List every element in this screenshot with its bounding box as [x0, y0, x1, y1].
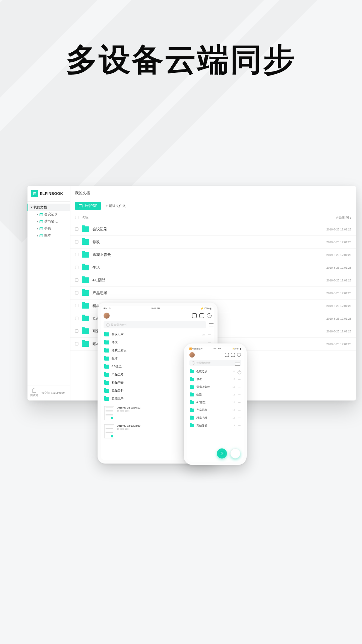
folder-icon [190, 401, 194, 404]
history-icon[interactable] [207, 313, 212, 318]
row-checkbox[interactable] [75, 291, 78, 294]
item-count: 16 [232, 386, 235, 388]
item-name: 产品思考 [112, 373, 124, 377]
upload-pdf-button[interactable]: 上传PDF [75, 202, 101, 210]
list-item[interactable]: 生活 18 ••• [189, 391, 241, 398]
more-icon[interactable]: ••• [238, 386, 241, 388]
check-icon[interactable] [225, 353, 229, 357]
folder-icon [104, 389, 109, 393]
search-input[interactable]: 搜索我的文件 [104, 321, 206, 328]
more-icon[interactable]: ••• [238, 424, 241, 427]
camera-icon [220, 452, 224, 455]
table-row[interactable]: 4.0原型 2019-8-23 12:01:23 [70, 274, 356, 287]
list-item[interactable]: 精品书籍 12 ••• [189, 414, 241, 422]
item-name: 修改 [112, 340, 118, 344]
folder-icon [190, 424, 194, 427]
folder-icon [104, 381, 109, 385]
more-icon[interactable]: ••• [238, 393, 241, 396]
row-time: 2019-8-23 12:01:23 [314, 342, 351, 346]
row-checkbox[interactable] [75, 342, 78, 345]
sidebar-root-label: 我的文档 [34, 205, 47, 210]
item-count: 20 [232, 370, 235, 373]
list-item[interactable]: 修改 8 ••• [189, 375, 241, 383]
table-row[interactable]: 送我上青云 2019-8-23 12:01:23 [70, 249, 356, 261]
menu-icon[interactable] [235, 363, 240, 366]
list-item[interactable]: 会议记录 20 ••• [104, 330, 212, 338]
row-checkbox[interactable] [75, 240, 78, 244]
more-icon[interactable]: ••• [238, 417, 241, 419]
row-name: 修改 [93, 240, 100, 245]
sidebar-item[interactable]: 读书笔记 [34, 218, 70, 225]
new-folder-button[interactable]: 新建文件夹 [106, 204, 126, 208]
add-icon[interactable] [231, 353, 235, 357]
folder-icon [82, 252, 89, 258]
select-all-checkbox[interactable] [75, 216, 78, 219]
item-name: 竞品分析 [112, 389, 124, 393]
app-logo: E ELFINBOOK [27, 186, 70, 202]
avatar[interactable] [104, 313, 110, 319]
storage-label: 云空间: 132M/500M [42, 391, 65, 395]
folder-icon [104, 357, 109, 361]
folder-icon [104, 365, 109, 369]
folder-icon [82, 277, 89, 283]
item-name: 生活 [196, 393, 202, 396]
list-item[interactable]: 4.0原型 16 ••• [189, 398, 241, 406]
list-item[interactable]: 送我上青云 16 ••• [189, 383, 241, 391]
list-item[interactable]: 竞品分析 12 ••• [189, 422, 241, 429]
item-count: 8 [234, 378, 235, 380]
sidebar-root[interactable]: 我的文档 [27, 204, 70, 211]
search-input[interactable]: 搜索我的文件 [189, 360, 241, 366]
content-title: 我的文档 [70, 186, 356, 199]
row-checkbox[interactable] [75, 317, 78, 320]
more-icon[interactable]: ••• [208, 333, 211, 336]
table-row[interactable]: 会议记录 2019-8-23 12:01:23 [70, 223, 356, 236]
table-row[interactable]: 生活 2019-8-23 12:01:23 [70, 261, 356, 274]
row-checkbox[interactable] [75, 304, 78, 307]
trash-button[interactable]: 回收站 [30, 389, 38, 397]
folder-icon [82, 239, 89, 245]
row-name: 产品思考 [93, 291, 107, 296]
sidebar-item[interactable]: 手稿 [34, 225, 70, 232]
item-name: 精品书籍 [112, 381, 124, 385]
tag-icon[interactable] [238, 371, 241, 374]
sidebar-item[interactable]: 账本 [34, 232, 70, 239]
phone-statusbar: 📶 中国移动 ⇋ 9:41 AM ⚡100% ▮ [187, 346, 244, 352]
check-icon[interactable] [192, 313, 197, 318]
row-checkbox[interactable] [75, 266, 78, 269]
folder-icon [190, 393, 194, 396]
row-name: 会议记录 [93, 227, 107, 232]
row-checkbox[interactable] [75, 227, 78, 231]
column-name[interactable]: 名称 [82, 216, 314, 220]
menu-icon[interactable] [209, 323, 214, 326]
row-name: 生活 [93, 265, 100, 270]
more-icon[interactable]: ••• [238, 378, 241, 380]
doc-subtitle: 18-03-08 19:56 [117, 428, 140, 430]
more-icon[interactable]: ••• [238, 401, 241, 404]
item-name: 送我上青云 [112, 348, 127, 353]
edit-fab[interactable] [230, 448, 240, 459]
item-name: 4.0原型 [196, 400, 205, 404]
folder-icon [82, 316, 89, 321]
avatar[interactable] [189, 352, 195, 358]
sidebar-item[interactable]: 会议记录 [34, 211, 70, 218]
list-item[interactable]: 会议记录 20 ••• [189, 368, 241, 375]
logo-icon: E [31, 190, 38, 197]
history-icon[interactable] [237, 353, 241, 357]
row-checkbox[interactable] [75, 253, 78, 256]
row-checkbox[interactable] [75, 278, 78, 282]
item-name: 竞品分析 [196, 424, 207, 427]
row-time: 2019-8-23 12:01:23 [314, 228, 351, 231]
column-updated[interactable]: 更新时间 ↓ [314, 216, 351, 220]
folder-icon [190, 370, 194, 373]
folder-icon [82, 290, 89, 296]
more-icon[interactable]: ••• [238, 409, 241, 411]
table-row[interactable]: 修改 2019-8-23 12:01:23 [70, 236, 356, 249]
phone-device: 📶 中国移动 ⇋ 9:41 AM ⚡100% ▮ 搜索我的文件 会议记录 20 … [184, 343, 247, 465]
camera-fab[interactable] [217, 448, 227, 459]
list-item[interactable]: 产品思考 15 ••• [189, 406, 241, 414]
row-checkbox[interactable] [75, 329, 78, 333]
table-row[interactable]: 产品思考 2019-8-23 12:01:23 [70, 287, 356, 300]
add-icon[interactable] [199, 313, 204, 318]
folder-icon [190, 385, 194, 389]
row-time: 2019-8-23 12:01:23 [314, 240, 351, 244]
